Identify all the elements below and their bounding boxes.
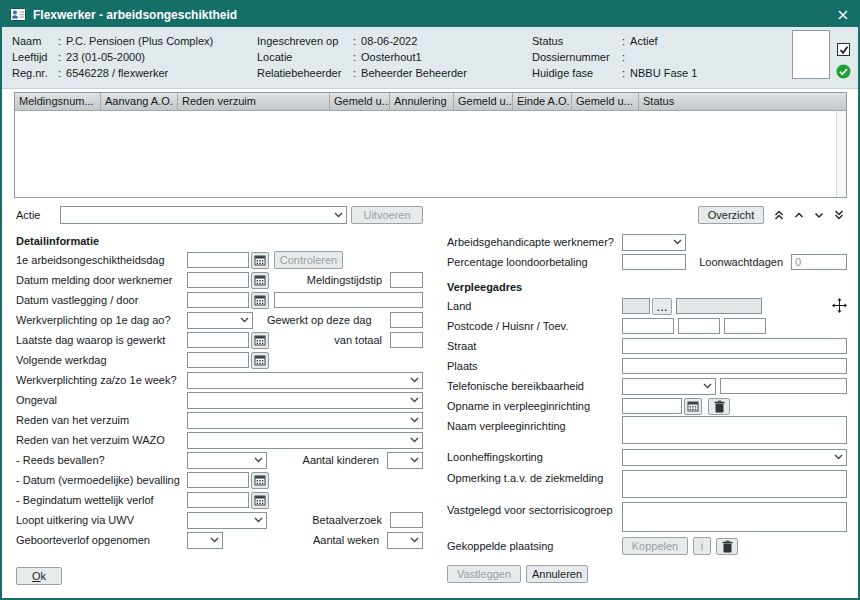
last-day-worked-calendar-button[interactable]: [251, 332, 269, 349]
remark-input[interactable]: [622, 470, 847, 498]
record-date-input[interactable]: [187, 292, 249, 308]
column-header[interactable]: Status: [639, 93, 846, 110]
field-label: - Reeds bevallen?: [16, 454, 187, 466]
column-header[interactable]: Gemeld u...: [454, 93, 513, 110]
status-ok-icon: [836, 64, 851, 79]
next-workday-calendar-button[interactable]: [251, 352, 269, 369]
uwv-benefit-select[interactable]: [187, 512, 267, 529]
scroll-top-button[interactable]: [770, 207, 787, 224]
info-colon: :: [353, 35, 356, 47]
scroll-up-button[interactable]: [790, 207, 807, 224]
info-label: Reg.nr.: [12, 67, 58, 79]
country-name-input[interactable]: [676, 298, 762, 314]
next-workday-input[interactable]: [187, 352, 249, 368]
chevron-down-icon: [410, 397, 419, 403]
record-date-calendar-button[interactable]: [251, 292, 269, 309]
row-ok: Ok: [16, 566, 423, 586]
wage-percentage-input[interactable]: [622, 254, 686, 270]
scroll-down-button[interactable]: [810, 207, 827, 224]
admission-delete-button[interactable]: [708, 398, 730, 415]
column-header[interactable]: Reden verzuim: [178, 93, 330, 110]
placement-info-button[interactable]: i: [693, 537, 711, 555]
koppelen-button[interactable]: Koppelen: [622, 537, 688, 555]
duty-weekend-select[interactable]: [187, 372, 423, 389]
column-header[interactable]: Aanvang A.O.: [101, 93, 178, 110]
scroll-bottom-button[interactable]: [830, 207, 847, 224]
toevoeging-input[interactable]: [724, 318, 766, 334]
absence-reason-select[interactable]: [187, 412, 423, 429]
postcode-input[interactable]: [622, 318, 674, 334]
weeks-count-select[interactable]: [387, 532, 423, 549]
row-absence-reason-wazo: Reden van het verzuim WAZO: [16, 430, 423, 450]
placement-delete-button[interactable]: [716, 538, 738, 555]
children-count-select[interactable]: [387, 452, 423, 469]
field-label: Opmerking t.a.v. de ziekmelding: [447, 468, 622, 484]
sector-risk-input[interactable]: [622, 502, 847, 532]
legal-leave-start-calendar-button[interactable]: [251, 492, 269, 509]
first-ao-day-input[interactable]: [187, 252, 249, 268]
accident-select[interactable]: [187, 392, 423, 409]
admission-date-input[interactable]: [622, 398, 682, 414]
controleren-button[interactable]: Controleren: [274, 251, 343, 269]
overzicht-button[interactable]: Overzicht: [698, 206, 764, 224]
uitvoeren-button[interactable]: Uitvoeren: [351, 206, 423, 224]
first-ao-day-calendar-button[interactable]: [251, 252, 269, 269]
column-header[interactable]: Gemeld u...: [330, 93, 390, 110]
info-value: Actief: [630, 35, 658, 47]
info-dossiernummer: Dossiernummer:: [532, 49, 697, 65]
vertical-scrollbar[interactable]: [836, 111, 846, 197]
street-input[interactable]: [622, 338, 847, 354]
phone-reach-select[interactable]: [622, 378, 716, 395]
expected-delivery-input[interactable]: [187, 472, 249, 488]
legal-leave-start-input[interactable]: [187, 492, 249, 508]
action-dropdown[interactable]: [60, 206, 347, 224]
wait-days-input[interactable]: [791, 254, 847, 270]
info-locatie: Locatie:Oosterhout1: [257, 49, 467, 65]
birth-leave-select[interactable]: [187, 532, 223, 549]
move-handle[interactable]: [832, 298, 847, 315]
tax-credit-select[interactable]: [622, 449, 847, 466]
chevron-down-icon: [813, 209, 825, 221]
field-label: Vastgelegd voor sectorrisicogroep: [447, 500, 622, 516]
city-input[interactable]: [622, 358, 847, 374]
annuleren-button[interactable]: Annuleren: [526, 565, 588, 583]
column-header[interactable]: Gemeld u...: [572, 93, 639, 110]
chevron-down-icon: [834, 454, 843, 460]
table-body[interactable]: [15, 110, 846, 197]
payment-request-input[interactable]: [390, 512, 423, 528]
row-disabled-employee: Arbeidsgehandicapte werknemer?: [447, 232, 847, 252]
detail-column: Detailinformatie 1e arbeidsongeschikthei…: [16, 232, 423, 586]
field-label: Laatste dag waarop is gewerkt: [16, 334, 187, 346]
row-street: Straat: [447, 336, 847, 356]
country-code-input[interactable]: [622, 298, 650, 314]
vastleggen-button[interactable]: Vastleggen: [447, 565, 521, 583]
info-value: 23 (01-05-2000): [66, 51, 145, 63]
huisnr-input[interactable]: [678, 318, 720, 334]
field-label: Gekoppelde plaatsing: [447, 540, 622, 552]
column-header[interactable]: Einde A.O.: [513, 93, 572, 110]
close-button[interactable]: [836, 8, 850, 22]
disabled-employee-select[interactable]: [622, 234, 686, 251]
of-total-input[interactable]: [390, 332, 423, 348]
column-header[interactable]: Annulering: [390, 93, 454, 110]
report-date-calendar-button[interactable]: [251, 272, 269, 289]
report-date-input[interactable]: [187, 272, 249, 288]
record-by-input[interactable]: [274, 292, 423, 308]
column-header[interactable]: Meldingsnum...: [15, 93, 101, 110]
admission-calendar-button[interactable]: [684, 398, 702, 415]
already-delivered-select[interactable]: [187, 452, 267, 469]
country-lookup-button[interactable]: ...: [652, 298, 672, 315]
row-absence-reason: Reden van het verzuim: [16, 410, 423, 430]
worked-this-day-input[interactable]: [390, 312, 423, 328]
institution-name-input[interactable]: [622, 416, 847, 444]
report-time-input[interactable]: [390, 272, 423, 288]
ok-button[interactable]: Ok: [16, 567, 62, 585]
last-day-worked-input[interactable]: [187, 332, 249, 348]
detail-section-title: Detailinformatie: [16, 232, 423, 250]
expected-delivery-calendar-button[interactable]: [251, 472, 269, 489]
absence-reason-wazo-select[interactable]: [187, 432, 423, 449]
phone-number-input[interactable]: [720, 378, 847, 394]
duty-first-day-select[interactable]: [187, 312, 253, 329]
header-checkbox[interactable]: [837, 43, 850, 56]
row-expected-delivery: - Datum (vermoedelijke) bevalling: [16, 470, 423, 490]
